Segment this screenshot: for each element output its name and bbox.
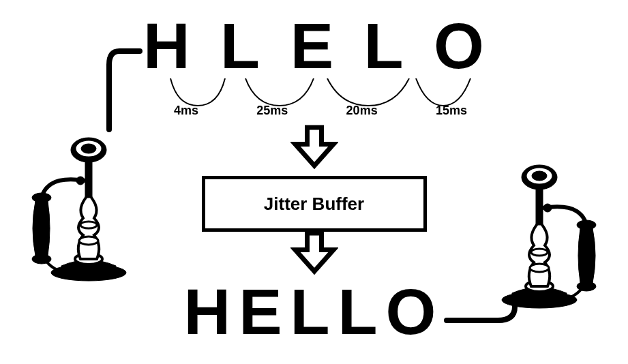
svg-point-19 — [543, 204, 552, 212]
svg-point-7 — [81, 144, 96, 153]
svg-point-20 — [577, 220, 596, 230]
svg-point-3 — [80, 222, 97, 228]
svg-point-2 — [79, 237, 98, 245]
svg-point-8 — [76, 177, 85, 185]
svg-point-14 — [531, 249, 548, 256]
svg-rect-4 — [85, 160, 92, 198]
svg-rect-15 — [536, 187, 543, 225]
svg-point-9 — [32, 193, 51, 202]
candlestick-phone-icon — [485, 153, 608, 310]
svg-point-13 — [530, 264, 549, 272]
svg-point-18 — [532, 171, 547, 181]
candlestick-phone-icon — [20, 126, 143, 283]
